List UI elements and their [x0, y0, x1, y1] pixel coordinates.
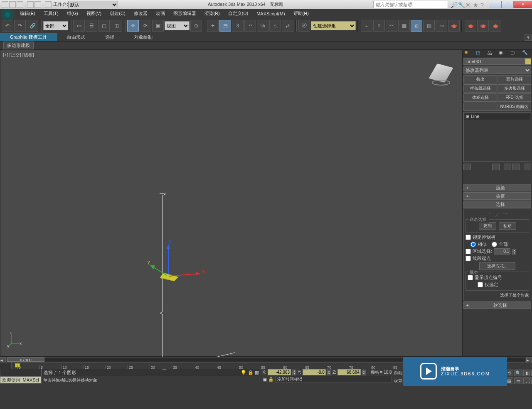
welcome-button[interactable]: 欢迎使用 MAXSci [0, 376, 42, 384]
motion-tab-icon[interactable]: ◉ [499, 50, 507, 56]
coord-z-input[interactable] [337, 369, 361, 375]
render-production-icon[interactable]: 🫖 [490, 20, 501, 32]
similar-radio[interactable] [470, 242, 476, 247]
lock-icon[interactable]: 🔒 [248, 370, 254, 375]
utilities-tab-icon[interactable]: 🔧 [522, 50, 530, 56]
qat-save-icon[interactable] [17, 1, 23, 8]
render-icon[interactable]: 🫖 [448, 20, 460, 32]
select-scale-icon[interactable]: ▣ [152, 20, 164, 32]
add-time-tag-button[interactable]: 添加时间标记 [275, 376, 392, 382]
rollout-render[interactable]: +渲染 [463, 184, 531, 191]
qat-new-icon[interactable] [2, 1, 8, 8]
select-by-name-icon[interactable]: ☰ [86, 20, 97, 32]
select-manipulate-icon[interactable]: ✦ [207, 20, 219, 32]
qat-undo-icon[interactable] [27, 1, 34, 8]
select-move-icon[interactable]: ✥ [127, 20, 139, 32]
render-frame-icon[interactable]: ▭ [436, 20, 447, 32]
time-scrub-right-icon[interactable]: ▸ [526, 357, 532, 362]
hierarchy-tab-icon[interactable]: 品 [488, 50, 496, 56]
region-zoom-icon[interactable]: ▭ [514, 377, 522, 384]
quick-render-icon[interactable]: 🫖 [465, 20, 476, 32]
grid-icon[interactable]: ▦ [255, 370, 259, 375]
modset-blank[interactable] [463, 103, 497, 111]
menu-modifiers[interactable]: 修改器 [130, 10, 152, 17]
stack-item-line[interactable]: ▣Line [465, 113, 530, 120]
modset-patch[interactable]: 面片选择 [498, 75, 531, 83]
menu-help[interactable]: 帮助(H) [289, 10, 313, 17]
workspace-dropdown[interactable]: 默认 [68, 1, 118, 8]
gizmo-xy-plane[interactable] [160, 273, 178, 281]
percent-snap-icon[interactable]: ⌔ [244, 20, 256, 32]
minimize-button[interactable]: — [489, 1, 501, 8]
modset-poly-sel[interactable]: 多边形选择 [498, 84, 531, 93]
material-editor-icon[interactable]: ◐ [411, 20, 422, 32]
menu-rendering[interactable]: 渲染(R) [200, 10, 224, 17]
menu-customize[interactable]: 自定义(U) [224, 10, 252, 17]
mirror-icon[interactable]: ⇄ [282, 20, 293, 32]
object-name-input[interactable] [463, 58, 525, 65]
window-crossing-icon[interactable]: ◫ [111, 20, 122, 32]
show-vert-num-checkbox[interactable] [468, 275, 473, 280]
max-viewport-icon[interactable]: ⛶ [523, 377, 532, 384]
polygon-modeling-button[interactable]: 多边形建模 [3, 42, 34, 49]
fov-icon[interactable]: ◧ [523, 370, 532, 376]
render-preset-icon[interactable]: 🫖 [477, 20, 489, 32]
lock-selection-icon[interactable]: 🔒 [268, 377, 274, 382]
menu-maxscript[interactable]: MAXScript(M) [252, 10, 289, 17]
snap-toggle-icon[interactable]: ⬒ [219, 20, 231, 32]
close-button[interactable]: ✕ [514, 1, 532, 8]
rollout-soft-selection[interactable]: +软选择 [463, 301, 531, 309]
lock-handles-checkbox[interactable] [466, 235, 471, 240]
qat-redo-icon[interactable] [34, 1, 41, 8]
area-select-value[interactable] [494, 248, 510, 255]
modset-extrude[interactable]: 挤出 [463, 75, 497, 83]
menu-create[interactable]: 创建(C) [106, 10, 129, 17]
viewcube-ring-icon[interactable] [432, 80, 450, 86]
link-icon[interactable]: 🔗 [27, 20, 38, 32]
rollout-selection[interactable]: -选择 [463, 201, 531, 208]
layers-icon[interactable]: ≡ [373, 20, 385, 32]
only-selected-checkbox[interactable] [478, 282, 483, 287]
curve-editor-icon[interactable]: 〰 [386, 20, 397, 32]
modset-spline-sel[interactable]: 样条线选择 [463, 84, 497, 93]
viewport-label[interactable]: [+] [正交] [线框] [3, 52, 34, 58]
viewcube[interactable] [429, 63, 453, 88]
copy-named-sel-button[interactable]: 复制 [479, 222, 496, 230]
menu-tools[interactable]: 工具(T) [39, 10, 63, 17]
ribbon-minimize-icon[interactable]: ▾ [525, 34, 532, 41]
ribbon-tab-objectpaint[interactable]: 对象绘制 [124, 33, 163, 41]
modset-ffd-sel[interactable]: FFD 选择 [498, 93, 531, 102]
remove-modifier-icon[interactable] [512, 164, 520, 170]
create-tab-icon[interactable]: ✺ [464, 50, 473, 56]
show-end-result-icon[interactable] [492, 164, 500, 170]
ref-coord-dropdown[interactable]: 视图 [165, 21, 190, 30]
ribbon-tab-graphite[interactable]: Graphite 建模工具 [0, 33, 57, 41]
modify-tab-icon[interactable]: ◳ [476, 50, 484, 56]
qat-open-icon[interactable] [9, 1, 16, 8]
modifier-list-dropdown[interactable]: 修改器列表 [463, 66, 531, 74]
app-menu-icon[interactable] [2, 9, 13, 20]
gizmo-x-axis[interactable] [169, 274, 198, 276]
viewport[interactable]: [+] [正交] [线框] z y x z [0, 50, 462, 356]
help-icon[interactable]: ? [480, 2, 486, 7]
binoculars-icon[interactable]: 🔎 [451, 2, 456, 7]
select-rotate-icon[interactable]: ⟳ [140, 20, 151, 32]
spline-subobj-icon[interactable]: 〰 [503, 211, 507, 218]
paste-named-sel-button[interactable]: 粘贴 [499, 222, 516, 230]
pivot-center-icon[interactable]: ⊙ [190, 20, 202, 32]
spinner-snap-icon[interactable]: % [257, 20, 268, 32]
area-select-checkbox[interactable] [466, 249, 471, 254]
undo-icon[interactable]: ↶ [2, 20, 13, 32]
key-icon[interactable]: 🔧 [458, 2, 464, 7]
render-setup-icon[interactable]: ▤ [423, 20, 435, 32]
help-search-input[interactable] [373, 1, 448, 8]
edit-named-sel-icon[interactable]: ⌂ [269, 20, 281, 32]
workspace-selector[interactable]: 工作台: 默认 [53, 1, 118, 8]
pin-stack-icon[interactable] [463, 164, 471, 170]
angle-snap-icon[interactable]: 3 [232, 20, 244, 32]
modset-vol-sel[interactable]: 体积选择 [463, 93, 497, 102]
modset-nurbs[interactable]: NURBS 曲面选 [498, 103, 531, 111]
menu-grapheditors[interactable]: 图形编辑器 [169, 10, 200, 17]
redo-icon[interactable]: ↷ [14, 20, 26, 32]
object-color-swatch[interactable] [525, 58, 531, 65]
